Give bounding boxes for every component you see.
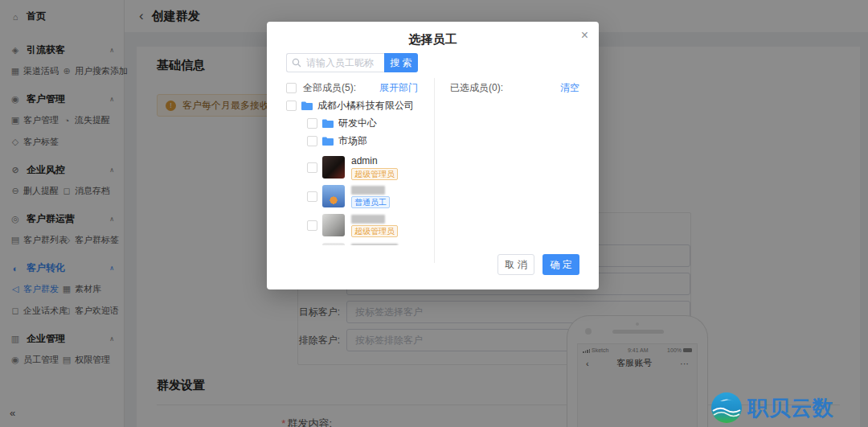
member-name-redacted <box>351 244 398 245</box>
member-row-admin[interactable]: admin 超级管理员 <box>286 156 447 179</box>
dept-checkbox[interactable] <box>307 118 317 129</box>
folder-icon <box>301 101 313 110</box>
watermark-text: 职贝云数 <box>747 394 834 422</box>
search-button[interactable]: 搜 索 <box>384 53 418 72</box>
employee-search: 搜 索 <box>286 53 418 72</box>
confirm-button[interactable]: 确 定 <box>542 254 579 275</box>
company-label: 成都小橘科技有限公司 <box>317 99 414 113</box>
all-members-checkbox[interactable] <box>286 83 297 93</box>
company-checkbox[interactable] <box>286 101 297 111</box>
cancel-button[interactable]: 取 消 <box>497 254 534 275</box>
member-checkbox[interactable] <box>307 191 317 202</box>
member-row-4[interactable]: 超级管理员 <box>286 243 447 245</box>
dept-label: 研发中心 <box>338 117 377 130</box>
avatar <box>322 156 345 179</box>
close-icon[interactable]: × <box>581 29 588 42</box>
member-row-3[interactable]: 超级管理员 <box>286 214 447 236</box>
role-badge: 超级管理员 <box>351 168 398 180</box>
modal-footer: 取 消 确 定 <box>497 254 579 275</box>
avatar <box>322 243 345 245</box>
expand-departments-link[interactable]: 展开部门 <box>379 81 418 95</box>
watermark-logo: 职贝云数 <box>710 392 834 424</box>
tree-node-company[interactable]: 成都小橘科技有限公司 <box>286 96 447 114</box>
search-icon <box>292 58 301 68</box>
select-employee-modal: 选择员工 × 搜 索 全部成员(5): 展开部门 成都小橘科技有限公司 研发中心… <box>267 22 599 289</box>
zhibei-logo-icon <box>710 392 743 424</box>
member-checkbox[interactable] <box>307 162 317 173</box>
dept-label: 市场部 <box>338 134 367 148</box>
all-members-row: 全部成员(5): 展开部门 <box>286 81 418 95</box>
avatar <box>322 185 345 207</box>
tree-node-dept-market[interactable]: 市场部 <box>286 132 447 150</box>
member-name: admin <box>351 156 398 166</box>
member-name-redacted <box>351 215 385 224</box>
dept-checkbox[interactable] <box>307 136 317 146</box>
member-row-2[interactable]: 普通员工 <box>286 185 447 207</box>
tree-node-dept-rd[interactable]: 研发中心 <box>286 114 447 132</box>
avatar <box>322 214 345 236</box>
member-name-redacted <box>351 186 385 195</box>
role-badge: 超级管理员 <box>351 225 398 237</box>
employee-tree: 成都小橘科技有限公司 研发中心 市场部 admin 超级管理员 普通员工 <box>286 96 447 245</box>
selected-members-header: 已选成员(0): 清空 <box>450 81 579 95</box>
folder-icon <box>322 137 334 146</box>
role-badge: 普通员工 <box>351 196 390 208</box>
selected-members-label: 已选成员(0): <box>450 81 503 95</box>
folder-icon <box>322 119 334 128</box>
modal-title: 选择员工 <box>267 32 599 47</box>
modal-divider <box>434 78 435 263</box>
all-members-label: 全部成员(5): <box>303 81 356 95</box>
member-checkbox[interactable] <box>307 220 317 231</box>
clear-selection-link[interactable]: 清空 <box>560 81 579 95</box>
